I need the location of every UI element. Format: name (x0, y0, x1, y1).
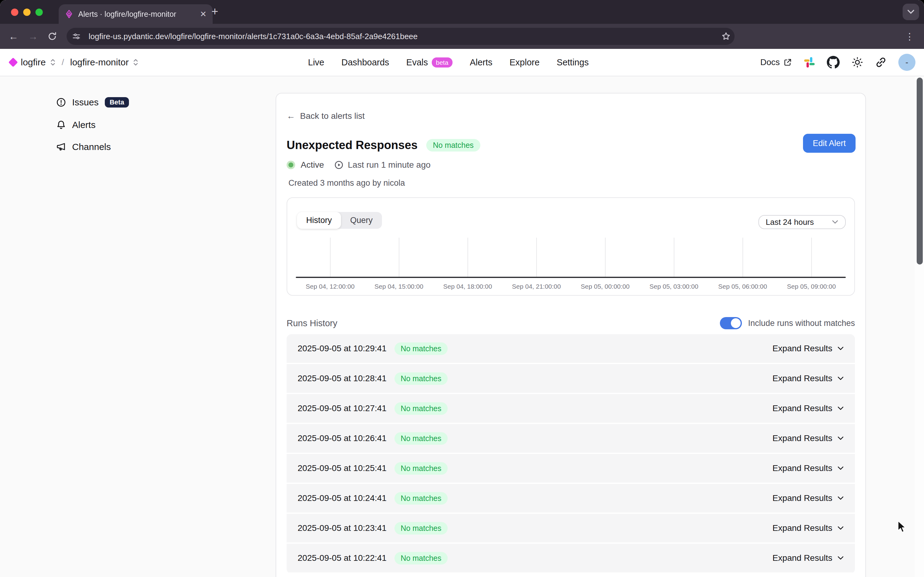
github-icon[interactable] (827, 56, 840, 69)
back-button[interactable]: ← (8, 31, 18, 41)
bookmark-star-icon[interactable] (721, 31, 731, 41)
history-query-tabs: History Query (297, 212, 382, 229)
run-status-badge: No matches (395, 522, 447, 535)
window-controls (11, 8, 43, 16)
theme-toggle-sun-icon[interactable] (851, 56, 863, 68)
alert-status-badge: No matches (426, 139, 481, 152)
page-scrollbar-thumb[interactable] (917, 77, 923, 264)
nav-live[interactable]: Live (308, 57, 324, 68)
chart-tick: Sep 05, 00:00:00 (571, 278, 640, 290)
share-link-icon[interactable] (875, 56, 887, 68)
include-runs-toggle[interactable] (720, 317, 742, 329)
run-status-badge: No matches (395, 372, 447, 385)
reload-button[interactable] (48, 32, 57, 41)
expand-results-button[interactable]: Expand Results (772, 403, 844, 413)
expand-results-button[interactable]: Expand Results (772, 434, 844, 443)
tab-search-button[interactable] (903, 4, 919, 20)
nav-evals[interactable]: Evals beta (406, 57, 453, 68)
nav-dashboards[interactable]: Dashboards (341, 57, 389, 68)
chevron-down-icon (837, 406, 844, 411)
run-timestamp: 2025-09-05 at 10:22:41 (298, 553, 387, 563)
nav-explore[interactable]: Explore (510, 57, 540, 68)
run-row: 2025-09-05 at 10:26:41 No matches Expand… (287, 424, 855, 454)
zoom-window-button[interactable] (35, 8, 43, 16)
arrow-left-icon: ← (287, 111, 295, 121)
edit-alert-button[interactable]: Edit Alert (803, 134, 856, 153)
browser-menu-icon[interactable]: ⋮ (905, 31, 914, 42)
bell-icon (56, 120, 66, 130)
nav-settings[interactable]: Settings (557, 57, 589, 68)
tab-history[interactable]: History (297, 212, 341, 229)
expand-results-button[interactable]: Expand Results (772, 523, 844, 533)
logfire-logo-icon (8, 57, 18, 67)
run-row: 2025-09-05 at 10:29:41 No matches Expand… (287, 334, 855, 364)
chart-gridline (640, 238, 708, 277)
chevron-down-icon (837, 436, 844, 440)
run-timestamp: 2025-09-05 at 10:29:41 (298, 343, 387, 353)
chevron-down-icon (837, 376, 844, 380)
sidebar-item-channels[interactable]: Channels (56, 142, 111, 152)
expand-results-button[interactable]: Expand Results (772, 374, 844, 384)
new-tab-button[interactable]: + (211, 5, 218, 17)
runs-chart: Sep 04, 12:00:00Sep 04, 15:00:00Sep 04, … (296, 238, 846, 290)
main-nav: Live Dashboards Evals beta Alerts Explor… (308, 49, 589, 76)
runs-list: 2025-09-05 at 10:29:41 No matches Expand… (287, 334, 855, 574)
expand-results-button[interactable]: Expand Results (772, 493, 844, 503)
minimize-window-button[interactable] (23, 8, 31, 16)
project-selector-icon[interactable] (133, 58, 139, 66)
run-status-badge: No matches (395, 402, 447, 415)
alert-title: Unexpected Responses (287, 139, 418, 152)
tab-title: Alerts · logfire/logfire-monitor (78, 10, 195, 19)
chevron-down-icon (907, 10, 914, 15)
forward-button[interactable]: → (28, 31, 38, 41)
run-row: 2025-09-05 at 10:25:41 No matches Expand… (287, 454, 855, 484)
close-tab-icon[interactable]: ✕ (200, 10, 206, 18)
org-switcher[interactable]: logfire (21, 57, 46, 68)
include-runs-toggle-label: Include runs without matches (748, 319, 855, 328)
chart-tick: Sep 04, 21:00:00 (502, 278, 571, 290)
docs-link[interactable]: Docs (760, 57, 792, 67)
url-text: logfire-us.pydantic.dev/logfire/logfire-… (89, 32, 716, 41)
sidebar-item-issues[interactable]: Issues Beta (56, 97, 129, 108)
chart-gridline (296, 238, 364, 277)
chart-tick: Sep 04, 12:00:00 (296, 278, 364, 290)
run-status-badge: No matches (395, 462, 447, 475)
run-timestamp: 2025-09-05 at 10:26:41 (298, 434, 387, 443)
site-settings-icon[interactable] (70, 30, 83, 43)
run-status-badge: No matches (395, 342, 447, 355)
tab-strip: Alerts · logfire/logfire-monitor ✕ + (0, 0, 924, 24)
active-status-dot (287, 161, 295, 169)
run-row: 2025-09-05 at 10:28:41 No matches Expand… (287, 364, 855, 394)
nav-alerts[interactable]: Alerts (470, 57, 492, 68)
browser-toolbar: ← → logfire-us.pydantic.dev/logfire/logf… (0, 24, 924, 49)
back-to-alerts-link[interactable]: ← Back to alerts list (287, 111, 365, 121)
tab-query[interactable]: Query (341, 212, 382, 229)
chart-tick: Sep 04, 15:00:00 (364, 278, 433, 290)
run-timestamp: 2025-09-05 at 10:24:41 (298, 493, 387, 503)
runs-history-title: Runs History (287, 318, 337, 328)
run-timestamp: 2025-09-05 at 10:23:41 (298, 523, 387, 533)
run-row: 2025-09-05 at 10:24:41 No matches Expand… (287, 484, 855, 514)
project-switcher[interactable]: logfire-monitor (70, 57, 129, 68)
org-selector-icon[interactable] (50, 58, 56, 66)
sidebar-item-alerts[interactable]: Alerts (56, 120, 96, 130)
run-row: 2025-09-05 at 10:27:41 No matches Expand… (287, 394, 855, 424)
chart-gridline (433, 238, 502, 277)
close-window-button[interactable] (11, 8, 18, 16)
expand-results-button[interactable]: Expand Results (772, 553, 844, 563)
chart-gridline (777, 238, 846, 277)
chart-gridlines (296, 238, 846, 277)
page-body: Issues Beta Alerts Channels ← Back to al… (0, 76, 924, 577)
browser-tab[interactable]: Alerts · logfire/logfire-monitor ✕ (59, 4, 213, 24)
mouse-cursor (897, 520, 908, 534)
address-bar[interactable]: logfire-us.pydantic.dev/logfire/logfire-… (67, 28, 735, 45)
chart-tick: Sep 05, 09:00:00 (777, 278, 846, 290)
breadcrumb-separator: / (62, 57, 64, 67)
expand-results-button[interactable]: Expand Results (772, 463, 844, 473)
run-timestamp: 2025-09-05 at 10:25:41 (298, 463, 387, 473)
expand-results-button[interactable]: Expand Results (772, 343, 844, 353)
user-avatar[interactable]: - (898, 54, 916, 71)
time-range-select[interactable]: Last 24 hours (758, 215, 846, 229)
evals-beta-badge: beta (432, 57, 453, 68)
slack-icon[interactable] (804, 56, 815, 68)
